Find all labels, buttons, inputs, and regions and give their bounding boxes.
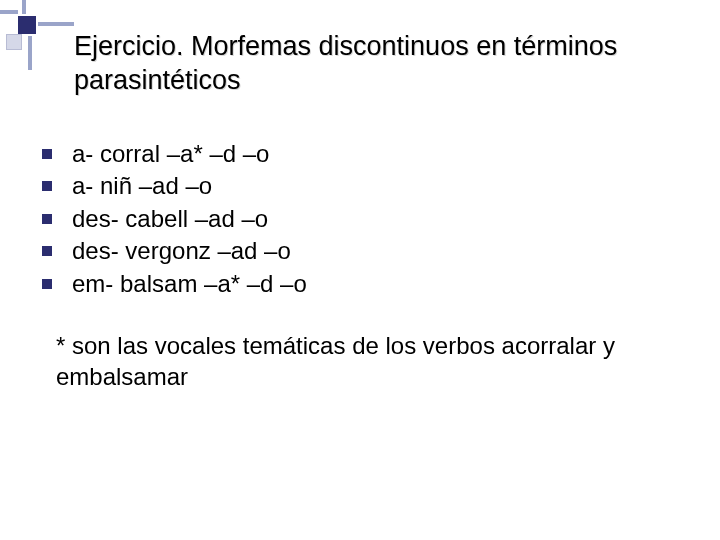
square-bullet-icon bbox=[42, 181, 52, 191]
slide-title: Ejercicio. Morfemas discontinuos en térm… bbox=[74, 30, 680, 98]
square-bullet-icon bbox=[42, 149, 52, 159]
square-bullet-icon bbox=[42, 279, 52, 289]
list-item-text: a- niñ –ad –o bbox=[72, 172, 212, 199]
list-item: des- cabell –ad –o bbox=[38, 203, 680, 235]
list-item: em- balsam –a* –d –o bbox=[38, 268, 680, 300]
square-bullet-icon bbox=[42, 246, 52, 256]
list-item: des- vergonz –ad –o bbox=[38, 235, 680, 267]
list-item-text: a- corral –a* –d –o bbox=[72, 140, 269, 167]
list-item-text: des- cabell –ad –o bbox=[72, 205, 268, 232]
slide: Ejercicio. Morfemas discontinuos en térm… bbox=[0, 0, 720, 540]
list-item: a- niñ –ad –o bbox=[38, 170, 680, 202]
bullet-list: a- corral –a* –d –o a- niñ –ad –o des- c… bbox=[38, 138, 680, 300]
corner-decoration bbox=[0, 0, 80, 70]
footnote: * son las vocales temáticas de los verbo… bbox=[38, 330, 680, 392]
square-bullet-icon bbox=[42, 214, 52, 224]
list-item: a- corral –a* –d –o bbox=[38, 138, 680, 170]
list-item-text: des- vergonz –ad –o bbox=[72, 237, 291, 264]
list-item-text: em- balsam –a* –d –o bbox=[72, 270, 307, 297]
slide-body: a- corral –a* –d –o a- niñ –ad –o des- c… bbox=[38, 138, 680, 392]
